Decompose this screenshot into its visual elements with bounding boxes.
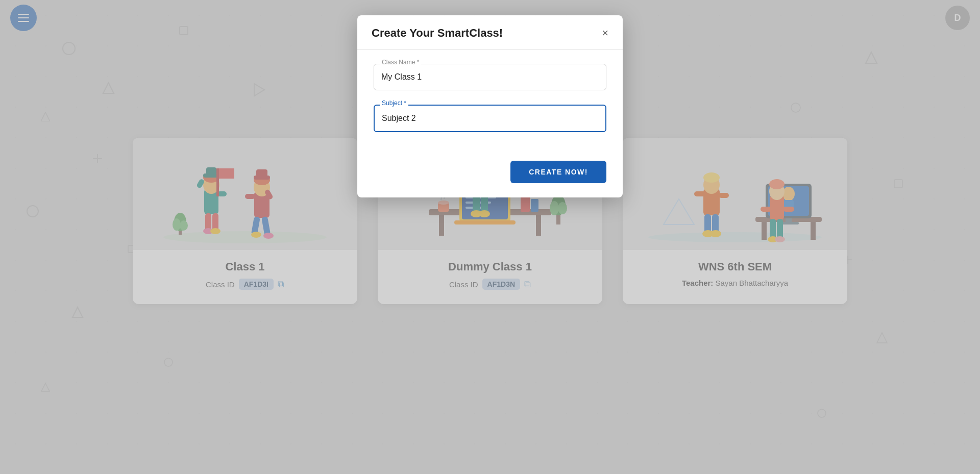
create-class-modal: Create Your SmartClass! × Class Name * S… [357,15,623,197]
modal-close-button[interactable]: × [602,28,608,39]
class-name-input[interactable] [374,64,606,90]
subject-input[interactable] [374,105,606,132]
modal-body: Class Name * Subject * [357,49,623,161]
modal-footer: CREATE NOW! [357,161,623,197]
modal-overlay: Create Your SmartClass! × Class Name * S… [0,0,980,474]
subject-label: Subject * [380,99,408,107]
class-name-field-group: Class Name * [374,64,606,90]
modal-title: Create Your SmartClass! [372,27,503,40]
modal-header: Create Your SmartClass! × [357,15,623,49]
class-name-label: Class Name * [380,59,421,66]
create-now-button[interactable]: CREATE NOW! [510,161,606,183]
subject-field-group: Subject * [374,105,606,132]
